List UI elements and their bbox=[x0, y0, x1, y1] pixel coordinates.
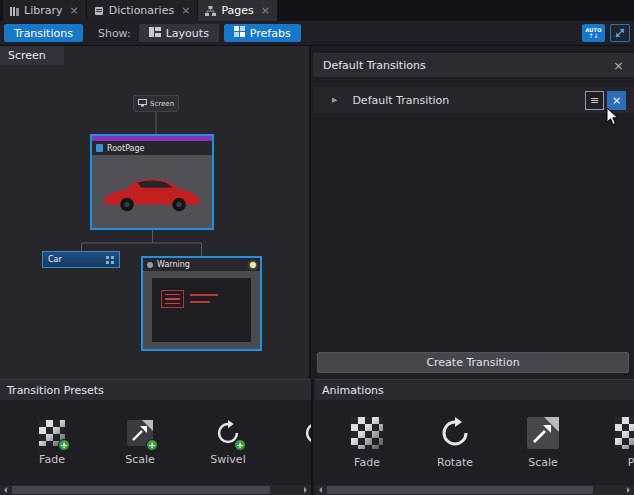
warning-node[interactable]: Warning bbox=[141, 256, 262, 351]
scrollbar-track[interactable] bbox=[11, 485, 300, 495]
preset-partial[interactable]: R bbox=[272, 420, 311, 466]
dictionary-icon bbox=[94, 6, 104, 16]
scrollbar-thumb[interactable] bbox=[327, 486, 593, 494]
warning-text-line bbox=[190, 301, 210, 303]
add-badge-icon: + bbox=[58, 439, 70, 451]
horizontal-scrollbar[interactable] bbox=[0, 485, 311, 495]
scroll-left-button[interactable] bbox=[0, 485, 11, 495]
panel-header: Default Transitions × bbox=[313, 53, 634, 77]
close-icon[interactable]: × bbox=[261, 4, 270, 17]
pages-toolbar: Transitions Show: Layouts Prefabs AUTO ↑… bbox=[0, 21, 634, 46]
warning-title-bar: Warning bbox=[143, 258, 260, 271]
add-badge-icon: + bbox=[146, 439, 158, 451]
rotate-animation-icon bbox=[439, 417, 471, 449]
panel-title: Animations bbox=[322, 384, 384, 397]
tab-pages[interactable]: Pages × bbox=[198, 0, 277, 21]
warning-message-box bbox=[161, 290, 184, 308]
preset-list: + Fade + Scale + Swivel bbox=[0, 400, 311, 485]
layouts-icon bbox=[149, 27, 161, 40]
swivel-preset-icon: + bbox=[215, 420, 241, 446]
show-label: Show: bbox=[98, 27, 131, 40]
tab-label: Library bbox=[24, 4, 62, 17]
monitor-icon bbox=[138, 99, 147, 109]
page-state-icon bbox=[147, 262, 153, 268]
fade-animation-icon bbox=[351, 417, 383, 449]
rootpage-title-bar: RootPage bbox=[92, 141, 212, 155]
breadcrumb[interactable]: Screen bbox=[0, 46, 64, 65]
transition-name: Default Transition bbox=[352, 94, 449, 107]
pages-icon bbox=[205, 6, 216, 16]
close-icon[interactable]: × bbox=[181, 4, 190, 17]
tab-library[interactable]: Library × bbox=[3, 0, 86, 21]
auto-arrows-icon: ↑↓ bbox=[588, 33, 598, 39]
partial-animation-icon bbox=[615, 417, 634, 449]
library-icon bbox=[10, 6, 19, 16]
scroll-right-button[interactable] bbox=[300, 485, 311, 495]
expander-icon[interactable]: ▶ bbox=[332, 96, 337, 104]
warning-screen-image bbox=[152, 278, 251, 342]
layouts-toggle-button[interactable]: Layouts bbox=[139, 24, 219, 42]
panel-title: Transition Presets bbox=[7, 384, 104, 397]
animation-partial[interactable]: P bbox=[587, 417, 634, 469]
scale-animation-icon bbox=[527, 417, 559, 449]
page-graph-canvas[interactable]: Screen Screen RootPage bbox=[0, 46, 311, 379]
prefabs-icon bbox=[234, 26, 245, 40]
screen-node[interactable]: Screen bbox=[133, 95, 179, 112]
scale-preset-icon: + bbox=[127, 420, 153, 446]
tab-label: Dictionaries bbox=[109, 4, 174, 17]
panel-header: Transition Presets bbox=[0, 379, 311, 400]
preset-fade[interactable]: + Fade bbox=[8, 420, 96, 466]
close-icon[interactable]: × bbox=[613, 58, 624, 73]
panel-title: Default Transitions bbox=[323, 59, 426, 72]
default-transitions-panel: Default Transitions × ▶ Default Transiti… bbox=[313, 46, 634, 379]
fit-to-view-button[interactable] bbox=[610, 24, 630, 42]
car-node[interactable]: Car bbox=[42, 251, 120, 268]
toolbar-right-group: AUTO ↑↓ bbox=[582, 24, 630, 42]
tab-dictionaries[interactable]: Dictionaries × bbox=[87, 0, 198, 21]
transition-presets-panel: Transition Presets + Fade + Scale bbox=[0, 379, 313, 495]
scroll-right-button[interactable] bbox=[623, 485, 634, 495]
transitions-button[interactable]: Transitions bbox=[4, 24, 83, 42]
scrollbar-thumb[interactable] bbox=[12, 486, 270, 494]
scroll-left-button[interactable] bbox=[315, 485, 326, 495]
animation-fade[interactable]: Fade bbox=[323, 417, 411, 469]
panel-header: Animations bbox=[315, 379, 634, 400]
scrollbar-track[interactable] bbox=[326, 485, 623, 495]
preset-swivel[interactable]: + Swivel bbox=[184, 420, 272, 466]
tab-label: Pages bbox=[221, 4, 253, 17]
warning-text-line bbox=[190, 294, 218, 296]
grid-icon bbox=[106, 256, 114, 264]
auto-arrange-button[interactable]: AUTO ↑↓ bbox=[582, 24, 605, 42]
rootpage-thumbnail bbox=[92, 155, 212, 228]
add-badge-icon: + bbox=[234, 439, 246, 451]
fade-preset-icon: + bbox=[39, 420, 65, 446]
delete-transition-button[interactable]: × bbox=[607, 91, 626, 110]
partial-preset-icon bbox=[303, 420, 311, 446]
animation-scale[interactable]: Scale bbox=[499, 417, 587, 469]
default-transition-row[interactable]: ▶ Default Transition ≡ × bbox=[313, 87, 634, 113]
lightbulb-icon[interactable] bbox=[250, 262, 256, 268]
document-tabstrip: Library × Dictionaries × Pages × bbox=[0, 0, 634, 21]
open-transition-editor-button[interactable]: ≡ bbox=[585, 91, 604, 110]
animations-panel: Animations Fade Rotate Scale bbox=[315, 379, 634, 495]
close-icon[interactable]: × bbox=[69, 4, 78, 17]
fit-arrows-icon bbox=[614, 27, 626, 39]
rootpage-node[interactable]: RootPage bbox=[90, 134, 214, 230]
create-transition-button[interactable]: Create Transition bbox=[317, 352, 629, 373]
prefabs-toggle-button[interactable]: Prefabs bbox=[224, 24, 301, 42]
warning-thumbnail bbox=[143, 271, 260, 349]
editor-window: Library × Dictionaries × Pages × Transit… bbox=[0, 0, 634, 495]
horizontal-scrollbar[interactable] bbox=[315, 485, 634, 495]
page-icon bbox=[96, 144, 103, 152]
animation-rotate[interactable]: Rotate bbox=[411, 417, 499, 469]
preset-scale[interactable]: + Scale bbox=[96, 420, 184, 466]
red-car-image bbox=[100, 170, 204, 214]
animation-list: Fade Rotate Scale P bbox=[315, 400, 634, 485]
